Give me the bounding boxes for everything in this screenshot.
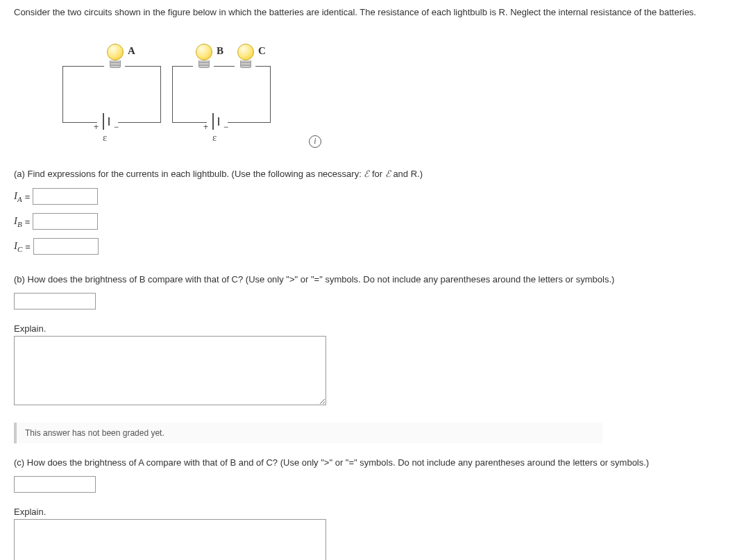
bulb-c-label: C [258, 45, 266, 57]
ia-input[interactable] [33, 188, 98, 205]
part-c-text: (c) How does the brightness of A compare… [14, 457, 730, 468]
part-b-text: (b) How does the brightness of B compare… [14, 274, 730, 285]
part-c-input[interactable] [14, 476, 96, 493]
ic-label: IC [14, 240, 22, 253]
circuit-1 [62, 66, 161, 123]
part-a-post: and R.) [391, 169, 423, 179]
battery-minus: − [223, 122, 228, 132]
ic-input[interactable] [33, 238, 99, 255]
part-b-input[interactable] [14, 293, 96, 309]
lightbulb-a-icon [107, 44, 124, 65]
part-a-mid: for [369, 169, 384, 179]
battery-plus: + [203, 122, 208, 132]
battery-emf: ε [103, 132, 107, 144]
bulb-b-label: B [217, 45, 223, 57]
problem-intro: Consider the two circuits shown in the f… [14, 7, 730, 17]
ib-input[interactable] [33, 213, 98, 230]
part-a-text: (a) Find expressions for the currents in… [14, 169, 730, 180]
bulb-a-label: A [128, 45, 135, 57]
part-b-explain-label: Explain. [14, 323, 730, 334]
ia-label: IA [14, 190, 22, 203]
circuit-2 [172, 66, 271, 123]
part-b-explain-input[interactable] [14, 336, 326, 405]
ib-label: IB [14, 215, 22, 228]
lightbulb-b-icon [196, 44, 212, 65]
equals: = [25, 192, 31, 202]
grade-message: This answer has not been graded yet. [14, 423, 602, 443]
part-c-explain-input[interactable] [14, 519, 326, 560]
lightbulb-c-icon [237, 44, 254, 65]
circuit-figure: A + − ε B C + − ε i [14, 24, 430, 156]
part-a-pre: (a) Find expressions for the currents in… [14, 169, 364, 179]
battery-emf: ε [212, 132, 217, 144]
battery-minus: − [114, 122, 119, 132]
equals: = [25, 241, 31, 252]
part-c-explain-label: Explain. [14, 507, 730, 517]
equals: = [25, 217, 31, 227]
emf-symbol: ℰ [385, 169, 391, 179]
info-icon[interactable]: i [309, 135, 321, 148]
battery-plus: + [94, 122, 99, 132]
